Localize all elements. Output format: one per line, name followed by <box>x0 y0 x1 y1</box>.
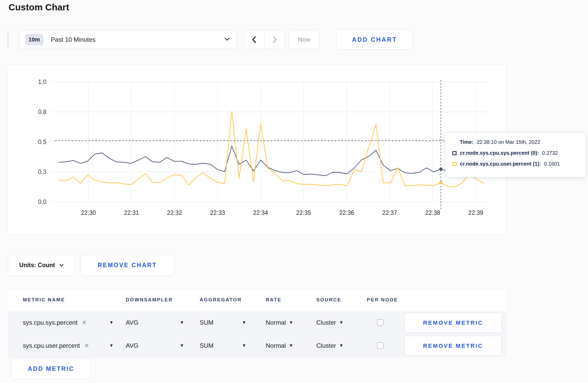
y-axis-label: 0.8 <box>38 109 46 115</box>
caret-down-icon: ▼ <box>109 320 114 325</box>
aggregator-select[interactable]: SUM ▼ <box>200 311 246 334</box>
downsampler-select[interactable]: AVG ▼ <box>126 311 184 334</box>
tooltip-series-row: cr.node.sys.cpu.user.percent (1): 0.1601 <box>452 161 579 167</box>
series-line-sys <box>59 146 484 176</box>
y-axis-label: 0.3 <box>38 168 46 175</box>
tooltip-series-value: 0.2732 <box>542 150 558 156</box>
user-series-swatch-icon <box>452 162 457 166</box>
caret-down-icon: ▼ <box>109 343 114 348</box>
x-axis-label: 22:34 <box>253 209 268 216</box>
x-axis-label: 22:32 <box>167 209 182 216</box>
next-time-button[interactable] <box>264 30 285 49</box>
metric-name: sys.cpu.user.percent <box>23 342 80 349</box>
time-step-group <box>244 30 285 49</box>
metric-name-select[interactable]: sys.cpu.sys.percent ✕ ▼ <box>23 311 114 334</box>
metrics-table: METRIC NAME DOWNSAMPLER AGGREGATOR RATE … <box>8 289 506 357</box>
x-axis-label: 22:37 <box>382 209 397 216</box>
series-line-user <box>59 111 484 187</box>
downsampler-select[interactable]: AVG ▼ <box>126 334 184 357</box>
aggregator-value: SUM <box>200 319 213 326</box>
col-header-metric-name: METRIC NAME <box>23 297 65 303</box>
tooltip-series-value: 0.1601 <box>544 161 560 167</box>
y-axis-label: 0.0 <box>38 198 46 205</box>
hover-point-sys <box>439 167 443 171</box>
per-node-checkbox[interactable] <box>377 342 384 349</box>
clear-metric-icon[interactable]: ✕ <box>84 342 89 349</box>
col-header-downsampler: DOWNSAMPLER <box>126 297 173 303</box>
metric-row: sys.cpu.sys.percent ✕ ▼ AVG ▼ SUM ▼ Norm… <box>8 311 506 334</box>
caret-down-icon: ▼ <box>180 343 184 348</box>
caret-down-icon: ▼ <box>339 320 344 325</box>
units-select[interactable]: Units: Count <box>8 255 75 275</box>
time-range-badge: 10m <box>25 34 43 45</box>
rate-select[interactable]: Normal ▼ <box>266 334 293 357</box>
chart-card: 0.00.30.50.81.022:3022:3122:3222:3322:34… <box>8 64 506 235</box>
y-axis-label: 1.0 <box>38 79 46 85</box>
add-chart-button[interactable]: ADD CHART <box>336 29 413 50</box>
tooltip-series-label: cr.node.sys.cpu.sys.percent (0): <box>460 150 539 156</box>
metric-rows: sys.cpu.sys.percent ✕ ▼ AVG ▼ SUM ▼ Norm… <box>8 311 506 357</box>
time-range-label: Past 10 Minutes <box>51 36 95 43</box>
tooltip-time-label: Time: <box>460 139 473 145</box>
source-value: Cluster <box>316 342 336 349</box>
chevron-left-icon <box>251 36 257 44</box>
toolbar-divider <box>8 31 8 49</box>
caret-down-icon: ▼ <box>242 343 246 348</box>
clear-metric-icon[interactable]: ✕ <box>82 319 87 326</box>
units-label: Units: Count <box>19 262 55 269</box>
chevron-right-icon <box>272 36 277 44</box>
caret-down-icon: ▼ <box>339 343 344 348</box>
x-axis-label: 22:31 <box>124 209 139 216</box>
aggregator-select[interactable]: SUM ▼ <box>200 334 246 357</box>
tooltip-series-row: cr.node.sys.cpu.sys.percent (0): 0.2732 <box>452 150 579 156</box>
x-axis-label: 22:38 <box>425 209 440 216</box>
sys-series-swatch-icon <box>452 151 457 155</box>
metric-name-select[interactable]: sys.cpu.user.percent ✕ ▼ <box>23 334 114 357</box>
x-axis-label: 22:33 <box>210 209 225 216</box>
source-value: Cluster <box>316 319 336 326</box>
time-range-select[interactable]: 10m Past 10 Minutes <box>19 30 237 49</box>
timeseries-chart[interactable]: 0.00.30.50.81.022:3022:3122:3222:3322:34… <box>8 65 506 234</box>
aggregator-value: SUM <box>200 342 213 349</box>
caret-down-icon: ▼ <box>289 343 293 348</box>
add-metric-button[interactable]: ADD METRIC <box>11 358 91 379</box>
chevron-down-icon <box>59 264 64 267</box>
rate-value: Normal <box>266 342 286 349</box>
x-axis-label: 22:39 <box>468 209 483 216</box>
page-title: Custom Chart <box>9 2 69 12</box>
metric-name: sys.cpu.sys.percent <box>23 319 78 326</box>
tooltip-time-value: 22:38:10 on Mar 15th, 2022 <box>477 139 540 145</box>
chevron-down-icon <box>224 37 230 42</box>
col-header-rate: RATE <box>266 297 282 303</box>
source-select[interactable]: Cluster ▼ <box>316 311 344 334</box>
tooltip-series-label: cr.node.sys.cpu.user.percent (1): <box>460 161 541 167</box>
remove-metric-button[interactable]: REMOVE METRIC <box>404 313 502 333</box>
col-header-aggregator: AGGREGATOR <box>200 297 242 303</box>
remove-metric-button[interactable]: REMOVE METRIC <box>404 336 502 356</box>
downsampler-value: AVG <box>126 319 138 326</box>
col-header-source: SOURCE <box>316 297 341 303</box>
tooltip-time-row: Time: 22:38:10 on Mar 15th, 2022 <box>460 139 579 145</box>
per-node-checkbox[interactable] <box>377 319 384 326</box>
hover-point-user <box>439 181 442 184</box>
x-axis-label: 22:35 <box>296 209 311 216</box>
metric-row: sys.cpu.user.percent ✕ ▼ AVG ▼ SUM ▼ Nor… <box>8 334 506 357</box>
col-header-per-node: PER NODE <box>367 297 398 303</box>
source-select[interactable]: Cluster ▼ <box>316 334 344 357</box>
x-axis-label: 22:36 <box>339 209 354 216</box>
x-axis-label: 22:30 <box>81 209 96 216</box>
caret-down-icon: ▼ <box>289 320 293 325</box>
chart-tooltip: Time: 22:38:10 on Mar 15th, 2022 cr.node… <box>445 133 585 177</box>
caret-down-icon: ▼ <box>180 320 184 325</box>
y-axis-label: 0.5 <box>38 139 46 145</box>
now-button[interactable]: Now <box>289 30 319 49</box>
prev-time-button[interactable] <box>244 30 264 49</box>
rate-select[interactable]: Normal ▼ <box>266 311 293 334</box>
downsampler-value: AVG <box>126 342 138 349</box>
remove-chart-button[interactable]: REMOVE CHART <box>80 255 174 275</box>
rate-value: Normal <box>266 319 286 326</box>
caret-down-icon: ▼ <box>242 320 246 325</box>
